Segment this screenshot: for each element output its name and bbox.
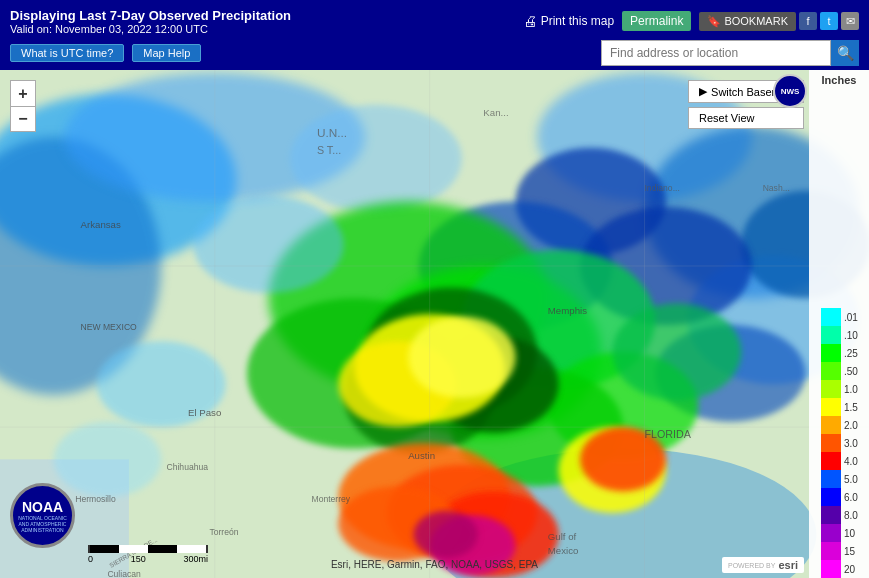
legend-label: 4.0 <box>844 456 858 467</box>
noaa-label: NOAA <box>22 499 63 515</box>
search-button[interactable]: 🔍 <box>831 40 859 66</box>
svg-text:Monterrey: Monterrey <box>312 494 351 504</box>
facebook-icon[interactable]: f <box>799 12 817 30</box>
svg-text:NEW MEXICO: NEW MEXICO <box>81 322 138 332</box>
legend-color-swatch <box>821 560 841 578</box>
svg-text:Culiacan: Culiacan <box>107 570 141 578</box>
legend-item: 8.0 <box>821 506 857 524</box>
noaa-dept-text: NATIONAL OCEANIC AND ATMOSPHERIC ADMINIS… <box>13 515 72 533</box>
map-container[interactable]: Arkansas NEW MEXICO El Paso Chihuahua He… <box>0 70 869 578</box>
zoom-in-button[interactable]: + <box>10 80 36 106</box>
printer-icon: 🖨 <box>523 13 537 29</box>
bookmark-label: BOOKMARK <box>724 15 788 27</box>
legend-title: Inches <box>822 74 857 86</box>
map-help-button[interactable]: Map Help <box>132 44 201 62</box>
zoom-out-button[interactable]: − <box>10 106 36 132</box>
legend-label: 15 <box>844 546 855 557</box>
legend-label: 3.0 <box>844 438 858 449</box>
legend-label: 5.0 <box>844 474 858 485</box>
svg-text:Gulf of: Gulf of <box>548 531 577 542</box>
legend-label: 1.0 <box>844 384 858 395</box>
legend-label: .25 <box>844 348 858 359</box>
svg-text:S T...: S T... <box>317 144 341 156</box>
legend-color-swatch <box>821 326 841 344</box>
legend-color-swatch <box>821 344 841 362</box>
nws-logo: NWS <box>773 74 807 108</box>
svg-text:Indiano...: Indiano... <box>644 183 679 193</box>
legend-color-swatch <box>821 542 841 560</box>
legend-label: .10 <box>844 330 858 341</box>
bookmark-icon: 🔖 <box>707 15 721 28</box>
legend-label: 8.0 <box>844 510 858 521</box>
legend-item: .10 <box>821 326 857 344</box>
legend-item: 6.0 <box>821 488 857 506</box>
svg-text:Mexico: Mexico <box>548 545 579 556</box>
email-icon[interactable]: ✉ <box>841 12 859 30</box>
esri-logo: POWERED BY esri <box>722 557 804 573</box>
map-subtitle: Valid on: November 03, 2022 12:00 UTC <box>10 23 291 35</box>
bookmark-area: 🔖 BOOKMARK f t ✉ <box>699 12 859 31</box>
legend-item: 2.0 <box>821 416 857 434</box>
legend-label: 2.0 <box>844 420 858 431</box>
top-right: 🖨 Print this map Permalink 🔖 BOOKMARK f … <box>523 11 859 31</box>
legend-item: 20 <box>821 560 857 578</box>
legend-color-swatch <box>821 416 841 434</box>
svg-text:U.N...: U.N... <box>317 126 347 140</box>
legend-color-swatch <box>821 308 841 326</box>
svg-text:Chihuahua: Chihuahua <box>166 462 208 472</box>
legend-color-swatch <box>821 380 841 398</box>
scale-labels: 0 150 300mi <box>88 554 208 564</box>
legend-item: .50 <box>821 362 857 380</box>
svg-text:Nash...: Nash... <box>763 183 790 193</box>
scale-segment-1 <box>90 545 119 553</box>
map-title: Displaying Last 7-Day Observed Precipita… <box>10 8 291 23</box>
print-label: Print this map <box>541 14 614 28</box>
legend-item: 3.0 <box>821 434 857 452</box>
legend-color-swatch <box>821 524 841 542</box>
svg-text:Hermosillo: Hermosillo <box>75 494 116 504</box>
scale-bar: 0 150 300mi <box>88 545 208 564</box>
triangle-icon: ▶ <box>699 85 707 98</box>
top-row: Displaying Last 7-Day Observed Precipita… <box>0 0 869 38</box>
legend-item: .25 <box>821 344 857 362</box>
legend-color-swatch <box>821 362 841 380</box>
twitter-icon[interactable]: t <box>820 12 838 30</box>
svg-text:Torreón: Torreón <box>209 527 238 537</box>
title-block: Displaying Last 7-Day Observed Precipita… <box>10 8 291 35</box>
scale-segment-2 <box>119 545 148 553</box>
reset-view-button[interactable]: Reset View <box>688 107 804 129</box>
svg-point-35 <box>414 511 478 558</box>
search-input[interactable] <box>601 40 831 66</box>
search-bar: 🔍 <box>601 40 859 66</box>
legend-label: .01 <box>844 312 858 323</box>
map-svg: Arkansas NEW MEXICO El Paso Chihuahua He… <box>0 70 869 578</box>
legend-label: 10 <box>844 528 855 539</box>
bottom-row: What is UTC time? Map Help 🔍 <box>0 38 869 70</box>
svg-text:Memphis: Memphis <box>548 305 587 316</box>
precipitation-legend: Inches 20 15 10 8.0 6.0 5.0 4.0 3.0 <box>809 70 869 578</box>
esri-brand: esri <box>778 559 798 571</box>
legend-color-swatch <box>821 488 841 506</box>
svg-point-6 <box>290 105 462 212</box>
legend-label: 1.5 <box>844 402 858 413</box>
svg-text:Austin: Austin <box>408 450 435 461</box>
noaa-logo: NOAA NATIONAL OCEANIC AND ATMOSPHERIC AD… <box>10 483 75 548</box>
legend-label: 20 <box>844 564 855 575</box>
svg-text:Arkansas: Arkansas <box>81 219 121 230</box>
search-icon: 🔍 <box>837 45 854 61</box>
utc-time-button[interactable]: What is UTC time? <box>10 44 124 62</box>
scale-label-150: 150 <box>131 554 146 564</box>
legend-item: 1.5 <box>821 398 857 416</box>
print-button[interactable]: 🖨 Print this map <box>523 13 614 29</box>
legend-color-swatch <box>821 434 841 452</box>
svg-point-38 <box>193 196 343 293</box>
legend-item: 4.0 <box>821 452 857 470</box>
permalink-button[interactable]: Permalink <box>622 11 691 31</box>
svg-text:FLORIDA: FLORIDA <box>644 428 691 440</box>
legend-color-swatch <box>821 470 841 488</box>
legend-color-swatch <box>821 452 841 470</box>
bookmark-button[interactable]: 🔖 BOOKMARK <box>699 12 796 31</box>
scale-label-300: 300mi <box>183 554 208 564</box>
legend-label: .50 <box>844 366 858 377</box>
svg-point-27 <box>408 316 515 398</box>
